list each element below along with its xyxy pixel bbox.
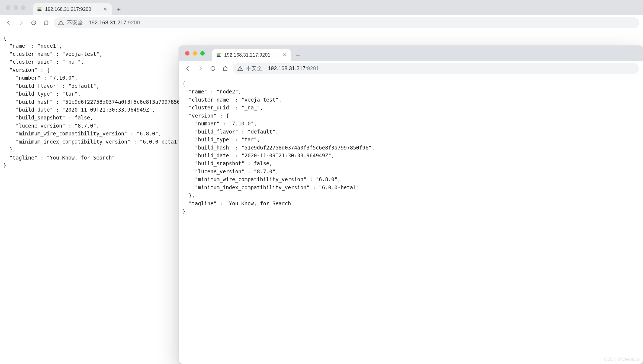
home-button[interactable] <box>220 64 230 73</box>
window-traffic-lights <box>3 0 28 15</box>
forward-button[interactable] <box>195 64 205 73</box>
window-minimize-button[interactable] <box>193 51 197 56</box>
elasticsearch-favicon-icon <box>37 6 42 12</box>
forward-button[interactable] <box>16 18 26 28</box>
url-host: 192.168.31.217 <box>268 65 306 71</box>
url-text: 192.168.31.217:9201 <box>268 65 319 72</box>
browser-toolbar: 不安全 192.168.31.217:9200 <box>0 15 643 30</box>
tab-close-button[interactable]: ✕ <box>282 52 287 58</box>
not-secure-icon <box>58 20 64 26</box>
back-button[interactable] <box>183 64 193 73</box>
browser-window-front: 192.168.31.217:9201 ✕ ＋ 不安全 192.168.31.2… <box>179 46 643 364</box>
not-secure-icon <box>237 66 243 72</box>
new-tab-button[interactable]: ＋ <box>293 50 303 60</box>
window-close-button[interactable] <box>6 5 10 10</box>
window-close-button[interactable] <box>185 51 189 56</box>
window-maximize-button[interactable] <box>21 5 25 10</box>
divider <box>86 20 86 26</box>
address-bar[interactable]: 不安全 192.168.31.217:9201 <box>233 63 639 74</box>
watermark: CSDN @veejaLiu <box>604 357 639 362</box>
back-button[interactable] <box>4 18 14 28</box>
tab-strip: 192.168.31.217:9201 ✕ ＋ <box>179 46 643 61</box>
new-tab-button[interactable]: ＋ <box>114 4 124 14</box>
divider <box>265 66 265 72</box>
tab-title: 192.168.31.217:9201 <box>224 52 279 58</box>
reload-button[interactable] <box>208 64 218 73</box>
browser-toolbar: 不安全 192.168.31.217:9201 <box>179 61 643 76</box>
not-secure-label: 不安全 <box>67 19 83 26</box>
page-body-json[interactable]: { "name" : "node2", "cluster_name" : "ve… <box>179 76 643 364</box>
url-text: 192.168.31.217:9200 <box>89 20 140 26</box>
url-port: :9201 <box>306 65 319 71</box>
window-minimize-button[interactable] <box>14 5 18 10</box>
browser-tab[interactable]: 192.168.31.217:9201 ✕ <box>212 49 291 61</box>
not-secure-label: 不安全 <box>246 65 262 72</box>
tab-title: 192.168.31.217:9200 <box>45 6 100 12</box>
tab-close-button[interactable]: ✕ <box>102 6 108 12</box>
window-maximize-button[interactable] <box>200 51 205 56</box>
url-port: :9200 <box>126 20 140 25</box>
url-host: 192.168.31.217 <box>89 20 126 25</box>
window-traffic-lights <box>182 46 207 61</box>
address-bar[interactable]: 不安全 192.168.31.217:9200 <box>54 17 639 28</box>
browser-tab[interactable]: 192.168.31.217:9200 ✕ <box>33 3 112 15</box>
home-button[interactable] <box>41 18 51 28</box>
tab-strip: 192.168.31.217:9200 ✕ ＋ <box>0 0 643 15</box>
elasticsearch-favicon-icon <box>216 52 221 58</box>
reload-button[interactable] <box>29 18 38 28</box>
